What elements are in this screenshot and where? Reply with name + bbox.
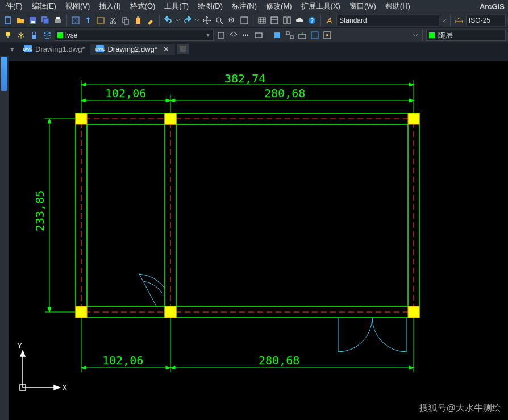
- dim-bottom-left: 102,06: [102, 354, 143, 367]
- dwg-icon: DWG: [24, 45, 32, 52]
- svg-rect-7: [72, 17, 79, 24]
- new-icon[interactable]: [2, 15, 14, 26]
- layer-freeze-icon[interactable]: [15, 30, 27, 41]
- printpreview-icon[interactable]: [70, 15, 81, 26]
- layer-toolbar: lvse ▼ 随层: [0, 27, 508, 42]
- close-tab-icon[interactable]: ✕: [163, 45, 169, 53]
- open-icon[interactable]: [15, 15, 26, 26]
- saveall-icon[interactable]: [40, 15, 51, 26]
- tab-dropdown-icon[interactable]: ▾: [10, 45, 18, 53]
- help-icon[interactable]: ?: [306, 15, 318, 26]
- current-layer-name: lvse: [65, 31, 203, 39]
- menu-draw[interactable]: 绘图(D): [193, 0, 227, 13]
- designcenter-icon[interactable]: [281, 15, 293, 26]
- block-insert-icon[interactable]: [297, 30, 308, 41]
- svg-rect-31: [274, 32, 280, 38]
- menu-file[interactable]: 件(F): [1, 0, 27, 13]
- svg-rect-22: [288, 17, 290, 24]
- new-tab-button[interactable]: [177, 44, 189, 54]
- zoom-window-icon[interactable]: [226, 15, 238, 26]
- menu-format[interactable]: 格式(O): [126, 0, 160, 13]
- layer-lock-icon[interactable]: [28, 30, 40, 41]
- menu-modify[interactable]: 修改(M): [261, 0, 297, 13]
- paste-icon[interactable]: [132, 15, 144, 26]
- cloud-icon[interactable]: [294, 15, 305, 26]
- menu-tools[interactable]: 工具(T): [160, 0, 193, 13]
- svg-point-8: [74, 19, 77, 22]
- layer-color-swatch: [57, 32, 63, 38]
- block-icon[interactable]: [272, 30, 283, 41]
- svg-rect-0: [5, 17, 10, 24]
- svg-rect-13: [124, 19, 128, 24]
- redo-dd-icon[interactable]: [194, 15, 200, 26]
- undo-dd-icon[interactable]: [175, 15, 181, 26]
- dim-top-right: 280,68: [264, 86, 305, 100]
- side-toolbar[interactable]: [0, 56, 9, 420]
- text-style-dropdown[interactable]: [336, 15, 439, 26]
- layer-state-icon[interactable]: [253, 30, 264, 41]
- zoom-realtime-icon[interactable]: [214, 15, 225, 26]
- menu-dimension[interactable]: 标注(N): [227, 0, 261, 13]
- menu-view[interactable]: 视图(V): [61, 0, 94, 13]
- properties-icon[interactable]: [269, 15, 280, 26]
- svg-rect-39: [76, 113, 419, 318]
- svg-rect-21: [284, 17, 286, 24]
- copy-icon[interactable]: [120, 15, 131, 26]
- dim-bottom-right: 280,68: [259, 354, 299, 367]
- table-icon[interactable]: [256, 15, 268, 26]
- svg-line-54: [139, 274, 156, 306]
- svg-rect-28: [32, 35, 36, 39]
- menu-extended[interactable]: 扩展工具(X): [297, 0, 345, 13]
- layer-dropdown[interactable]: lvse ▼: [55, 30, 214, 41]
- menu-help[interactable]: 帮助(H): [381, 0, 415, 13]
- redo-icon[interactable]: [182, 15, 193, 26]
- layer-manager-icon[interactable]: [41, 30, 53, 41]
- textstyle-a-icon[interactable]: A: [324, 15, 335, 26]
- svg-rect-51: [76, 306, 87, 318]
- dwg-icon: DWG: [96, 45, 104, 52]
- svg-rect-30: [255, 33, 262, 38]
- layer-match-icon[interactable]: [240, 30, 252, 41]
- svg-rect-18: [241, 17, 248, 24]
- tab-drawing2[interactable]: DWG Drawing2.dwg* ✕: [90, 44, 174, 55]
- menu-edit[interactable]: 编辑(E): [27, 0, 61, 13]
- undo-icon[interactable]: [163, 15, 174, 26]
- svg-rect-5: [55, 19, 61, 23]
- layer-iso-icon[interactable]: [215, 30, 227, 41]
- menu-window[interactable]: 窗口(W): [345, 0, 381, 13]
- dimstyle-icon[interactable]: [453, 15, 465, 26]
- print-icon[interactable]: [52, 15, 64, 26]
- svg-rect-48: [76, 113, 87, 124]
- zoom-extents-icon[interactable]: [239, 15, 250, 26]
- svg-point-37: [326, 34, 328, 36]
- menu-insert[interactable]: 插入(I): [94, 0, 125, 13]
- matchprop-icon[interactable]: [145, 15, 156, 26]
- block-explode-icon[interactable]: [284, 30, 295, 41]
- cut-icon[interactable]: [107, 15, 119, 26]
- ucs-icon: [20, 351, 60, 390]
- ucs-y-label: Y: [17, 341, 23, 350]
- publish-icon[interactable]: [82, 15, 94, 26]
- linetype-dropdown[interactable]: 随层: [426, 30, 506, 41]
- svg-rect-38: [180, 46, 186, 52]
- dim-style-dropdown[interactable]: [466, 15, 506, 26]
- drawing-canvas[interactable]: 382,74 102,06 280,68 233,85 102,06 280,6…: [9, 61, 508, 420]
- svg-rect-2: [31, 21, 35, 23]
- menu-bar: 件(F) 编辑(E) 视图(V) 插入(I) 格式(O) 工具(T) 绘图(D)…: [0, 0, 508, 13]
- chevron-down-icon: ▼: [205, 32, 211, 38]
- linetype-dd-icon[interactable]: [412, 30, 419, 41]
- textstyle-dd-icon[interactable]: [440, 15, 447, 26]
- svg-rect-20: [271, 17, 278, 24]
- svg-rect-19: [259, 18, 265, 23]
- save-icon[interactable]: [27, 15, 39, 26]
- svg-rect-15: [137, 16, 139, 18]
- block-edit-icon[interactable]: [322, 30, 333, 41]
- dimensions-group: [45, 80, 414, 372]
- pan-icon[interactable]: [201, 15, 213, 26]
- svg-rect-9: [97, 18, 104, 23]
- block-attr-icon[interactable]: [309, 30, 320, 41]
- layer-prev-icon[interactable]: [228, 30, 239, 41]
- tab-drawing1[interactable]: DWG Drawing1.dwg*: [18, 44, 90, 55]
- plot-icon[interactable]: [95, 15, 106, 26]
- layer-bulb-icon[interactable]: [2, 30, 14, 41]
